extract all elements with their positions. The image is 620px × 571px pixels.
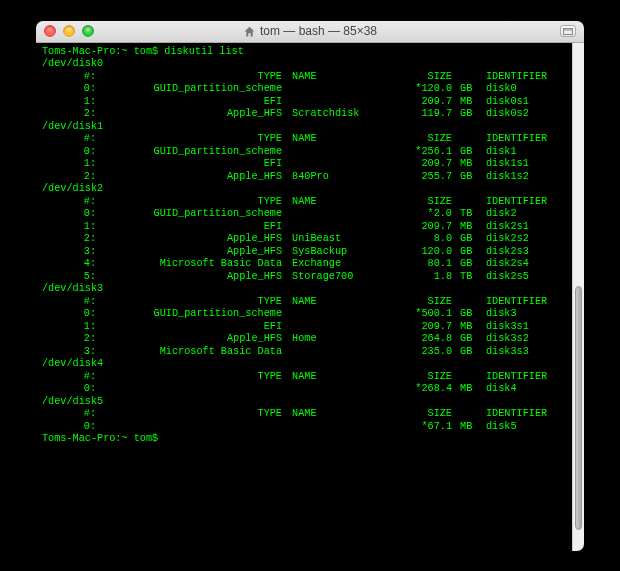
terminal-content[interactable]: Toms-Mac-Pro:~ tom$ diskutil list/dev/di… [36,43,572,551]
device-path: /dev/disk5 [42,396,566,409]
col-size: SIZE [386,371,454,384]
scrollbar-thumb[interactable] [575,286,582,530]
vol-identifier: disk0 [474,83,558,96]
col-name: NAME [286,71,386,84]
vol-index: 2: [42,108,98,121]
vol-name [286,383,386,396]
col-size: SIZE [386,296,454,309]
volume-row: 1:EFI209.7 MBdisk0s1 [42,96,566,109]
col-index: #: [42,408,98,421]
column-header: #:TYPE NAMESIZEIDENTIFIER [42,408,566,421]
col-index: #: [42,133,98,146]
vol-identifier: disk2s1 [474,221,558,234]
device-path: /dev/disk3 [42,283,566,296]
vol-name: Home [286,333,386,346]
vol-index: 4: [42,258,98,271]
column-header: #:TYPE NAMESIZEIDENTIFIER [42,71,566,84]
col-identifier: IDENTIFIER [474,71,558,84]
home-icon [243,25,256,38]
volume-row: 3:Microsoft Basic Data235.0 GBdisk3s3 [42,346,566,359]
vol-identifier: disk0s2 [474,108,558,121]
col-unit [454,296,474,309]
vol-index: 0: [42,308,98,321]
fullscreen-button[interactable] [560,25,576,37]
col-name: NAME [286,371,386,384]
vol-identifier: disk1 [474,146,558,159]
col-identifier: IDENTIFIER [474,196,558,209]
close-button[interactable] [44,25,56,37]
vol-index: 0: [42,208,98,221]
vol-unit: GB [454,246,474,259]
volume-row: 1:EFI209.7 MBdisk1s1 [42,158,566,171]
col-type: TYPE [98,296,286,309]
col-type: TYPE [98,408,286,421]
vol-name [286,308,386,321]
col-size: SIZE [386,196,454,209]
terminal-body: Toms-Mac-Pro:~ tom$ diskutil list/dev/di… [36,43,584,551]
vol-size: 235.0 [386,346,454,359]
vol-type: EFI [98,158,286,171]
window-title: tom — bash — 85×38 [36,24,584,38]
col-unit [454,133,474,146]
device-path: /dev/disk1 [42,121,566,134]
vol-unit: MB [454,221,474,234]
vol-unit: GB [454,171,474,184]
volume-row: 3:Apple_HFS SysBackup120.0 GBdisk2s3 [42,246,566,259]
volume-row: 0:*67.1 MBdisk5 [42,421,566,434]
col-name: NAME [286,408,386,421]
col-name: NAME [286,296,386,309]
vol-name: Scratchdisk [286,108,386,121]
volume-row: 2:Apple_HFS 840Pro255.7 GBdisk1s2 [42,171,566,184]
vol-unit: MB [454,383,474,396]
vol-identifier: disk2s4 [474,258,558,271]
vol-identifier: disk3s1 [474,321,558,334]
zoom-button[interactable] [82,25,94,37]
vol-index: 1: [42,158,98,171]
vol-size: 209.7 [386,96,454,109]
vol-identifier: disk5 [474,421,558,434]
vol-size: 264.8 [386,333,454,346]
vol-name [286,321,386,334]
scrollbar[interactable] [572,43,584,551]
col-unit [454,71,474,84]
vol-index: 1: [42,221,98,234]
vol-size: 80.1 [386,258,454,271]
device-path: /dev/disk4 [42,358,566,371]
prompt-line[interactable]: Toms-Mac-Pro:~ tom$ [42,433,566,446]
volume-row: 0:GUID_partition_scheme*256.1 GBdisk1 [42,146,566,159]
vol-unit: MB [454,321,474,334]
vol-identifier: disk0s1 [474,96,558,109]
col-identifier: IDENTIFIER [474,371,558,384]
vol-identifier: disk2 [474,208,558,221]
vol-identifier: disk3s3 [474,346,558,359]
vol-type: Apple_HFS [98,108,286,121]
column-header: #:TYPE NAMESIZEIDENTIFIER [42,296,566,309]
vol-identifier: disk2s5 [474,271,558,284]
col-name: NAME [286,133,386,146]
col-identifier: IDENTIFIER [474,296,558,309]
col-index: #: [42,371,98,384]
vol-type: Microsoft Basic Data [98,346,286,359]
volume-row: 2:Apple_HFS Scratchdisk119.7 GBdisk0s2 [42,108,566,121]
vol-unit: GB [454,108,474,121]
titlebar[interactable]: tom — bash — 85×38 [36,21,584,43]
device-path: /dev/disk0 [42,58,566,71]
vol-name [286,221,386,234]
vol-type: EFI [98,221,286,234]
terminal-window: tom — bash — 85×38 Toms-Mac-Pro:~ tom$ d… [36,21,584,551]
vol-unit: GB [454,333,474,346]
vol-unit: MB [454,158,474,171]
col-index: #: [42,71,98,84]
minimize-button[interactable] [63,25,75,37]
volume-row: 2:Apple_HFS Home264.8 GBdisk3s2 [42,333,566,346]
vol-size: *500.1 [386,308,454,321]
col-identifier: IDENTIFIER [474,408,558,421]
vol-unit: MB [454,421,474,434]
volume-row: 1:EFI209.7 MBdisk2s1 [42,221,566,234]
vol-type: Apple_HFS [98,246,286,259]
vol-name [286,96,386,109]
col-size: SIZE [386,408,454,421]
traffic-lights [44,25,94,37]
vol-name: SysBackup [286,246,386,259]
vol-index: 3: [42,346,98,359]
